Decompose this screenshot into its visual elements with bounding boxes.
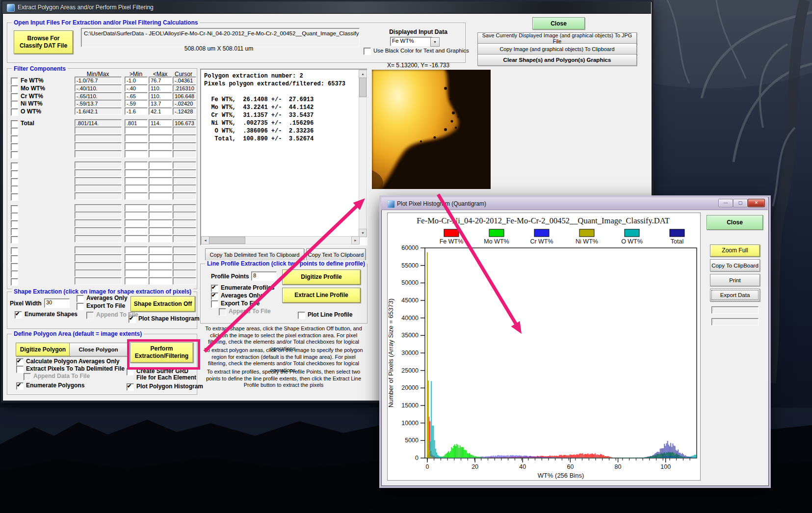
filter-max-input[interactable] xyxy=(149,212,172,219)
filter-max-input[interactable] xyxy=(149,127,172,134)
digitize-polygon-button[interactable]: Digitize Polygon xyxy=(16,343,70,356)
filter-max-input[interactable] xyxy=(149,185,172,192)
filter-min-input[interactable] xyxy=(125,254,148,262)
filter-row-checkbox[interactable] xyxy=(11,128,18,135)
filter-max-input[interactable] xyxy=(149,235,172,243)
filter-row-checkbox[interactable] xyxy=(11,78,18,85)
print-button[interactable]: Print xyxy=(710,274,760,286)
filter-row-checkbox[interactable] xyxy=(11,170,18,178)
filter-min-input[interactable] xyxy=(125,246,148,254)
filter-min-input[interactable] xyxy=(125,235,148,243)
filter-row-checkbox[interactable] xyxy=(11,263,18,270)
scroll-down-icon[interactable]: ▼ xyxy=(359,229,367,237)
filter-min-input[interactable]: -.65 xyxy=(125,92,148,100)
filter-max-input[interactable]: 76.7 xyxy=(149,77,172,84)
save-jpg-button[interactable]: Save Currently Displayed Image (and grap… xyxy=(477,32,637,44)
filter-max-input[interactable] xyxy=(149,177,172,185)
digitize-profile-button[interactable]: Digitize Profile xyxy=(282,270,361,285)
maximize-icon[interactable]: ▢ xyxy=(733,199,748,207)
filter-row-checkbox[interactable] xyxy=(11,270,18,278)
filter-row-checkbox[interactable] xyxy=(11,228,18,236)
filter-row-checkbox[interactable] xyxy=(11,186,18,193)
perform-extraction-button[interactable]: Perform Extraction/Filtering xyxy=(130,342,193,363)
filter-row-checkbox[interactable] xyxy=(11,255,18,263)
filter-max-input[interactable] xyxy=(149,246,172,254)
filter-row-checkbox[interactable] xyxy=(11,101,18,108)
shape-averages-only-checkbox[interactable]: Averages Only xyxy=(77,295,128,302)
filter-min-input[interactable] xyxy=(125,177,148,185)
filter-max-input[interactable] xyxy=(149,150,172,158)
enumerate-polygons-checkbox[interactable]: Enumerate Polygons xyxy=(16,382,84,390)
filter-row-checkbox[interactable] xyxy=(11,151,18,159)
filter-max-input[interactable]: 42.1 xyxy=(149,108,172,115)
minimize-icon[interactable]: — xyxy=(718,199,733,207)
extract-line-profile-button[interactable]: Extract Line Profile xyxy=(282,288,361,303)
filter-row-checkbox[interactable] xyxy=(11,135,18,143)
filter-min-input[interactable] xyxy=(125,162,148,169)
filter-max-input[interactable] xyxy=(149,142,172,150)
filter-max-input[interactable] xyxy=(149,192,172,200)
histogram-close-button[interactable]: Close xyxy=(707,215,763,230)
filter-max-input[interactable] xyxy=(149,169,172,177)
profile-points-input[interactable]: 8 xyxy=(251,271,277,281)
filter-min-input[interactable] xyxy=(125,204,148,212)
calc-polygon-averages-checkbox[interactable]: Calculate Polygon Averages Only xyxy=(16,358,120,366)
filter-row-checkbox[interactable] xyxy=(11,278,18,286)
filter-min-input[interactable]: .801 xyxy=(125,119,148,127)
filter-row-checkbox[interactable] xyxy=(11,143,18,151)
displayed-input-select[interactable]: Fe WT% xyxy=(390,37,432,46)
filter-min-input[interactable] xyxy=(125,262,148,270)
averages-only-checkbox[interactable]: Averages Only xyxy=(211,293,262,300)
filter-max-input[interactable] xyxy=(149,270,172,277)
copy-to-clipboard-button[interactable]: Copy To ClipBoard xyxy=(710,259,760,271)
filter-max-input[interactable] xyxy=(149,277,172,285)
pixel-histogram-chart[interactable]: Fe-Mo-Cr-Ni_04-20-2012_Fe-Mo-Cr-2_00452_… xyxy=(387,213,700,480)
filter-max-input[interactable] xyxy=(149,254,172,262)
filter-min-input[interactable] xyxy=(125,219,148,227)
filter-min-input[interactable] xyxy=(125,227,148,235)
filter-max-input[interactable]: 110. xyxy=(149,92,172,100)
specimen-image[interactable] xyxy=(372,70,491,189)
filter-row-checkbox[interactable] xyxy=(11,193,18,201)
filter-min-input[interactable] xyxy=(125,277,148,285)
use-black-checkbox[interactable]: Use Black Color for Text and Graphics xyxy=(364,48,469,55)
copy-image-button[interactable]: Copy Image (and graphical objects) To Cl… xyxy=(477,43,637,55)
clear-graphics-button[interactable]: Clear Shape(s) and Polygon(s) Graphics xyxy=(477,54,637,66)
copy-tab-text-button[interactable]: Copy Tab Delimited Text To Clipboard xyxy=(205,248,304,261)
filter-min-input[interactable] xyxy=(125,169,148,177)
filter-max-input[interactable] xyxy=(149,227,172,235)
filter-max-input[interactable] xyxy=(149,219,172,227)
filter-row-checkbox[interactable] xyxy=(11,93,18,101)
filter-min-input[interactable]: -1.0 xyxy=(125,77,148,84)
filter-max-input[interactable]: 114. xyxy=(149,119,172,127)
export-data-button[interactable]: Export Data xyxy=(710,289,760,301)
filter-row-checkbox[interactable] xyxy=(11,213,18,220)
filter-min-input[interactable] xyxy=(125,150,148,158)
filter-min-input[interactable]: -1.6 xyxy=(125,108,148,115)
plot-polygon-histogram-checkbox[interactable]: Plot Polygon Histogram xyxy=(127,383,203,391)
scroll-right-icon[interactable]: ► xyxy=(351,236,360,244)
filter-row-checkbox[interactable] xyxy=(11,162,18,170)
filter-row-checkbox[interactable] xyxy=(11,108,18,116)
shape-extraction-off-button[interactable]: Shape Extraction Off xyxy=(131,296,195,312)
copy-text-button[interactable]: Copy Text To Clipboard xyxy=(306,248,366,261)
main-close-button[interactable]: Close xyxy=(532,17,585,29)
pixel-width-input[interactable]: 30 xyxy=(44,298,70,308)
filter-max-input[interactable] xyxy=(149,135,172,142)
filter-row-checkbox[interactable] xyxy=(11,205,18,213)
filter-row-checkbox[interactable] xyxy=(11,120,18,128)
filter-max-input[interactable]: 110. xyxy=(149,84,172,92)
filter-row-checkbox[interactable] xyxy=(11,236,18,243)
filter-min-input[interactable] xyxy=(125,142,148,150)
filter-min-input[interactable]: -.59 xyxy=(125,100,148,107)
filter-min-input[interactable] xyxy=(125,185,148,192)
filter-row-checkbox[interactable] xyxy=(11,247,18,255)
filter-min-input[interactable] xyxy=(125,127,148,134)
enumerate-profiles-checkbox[interactable]: Enumerate Profiles xyxy=(211,285,274,292)
export-to-file-checkbox[interactable]: Export To File xyxy=(211,300,260,308)
filter-max-input[interactable] xyxy=(149,204,172,212)
enumerate-shapes-checkbox[interactable]: Enumerate Shapes xyxy=(15,311,78,319)
filter-min-input[interactable] xyxy=(125,270,148,277)
close-polygon-button[interactable]: Close Polygon xyxy=(69,343,128,356)
scrollbar-thumb[interactable] xyxy=(359,78,367,97)
